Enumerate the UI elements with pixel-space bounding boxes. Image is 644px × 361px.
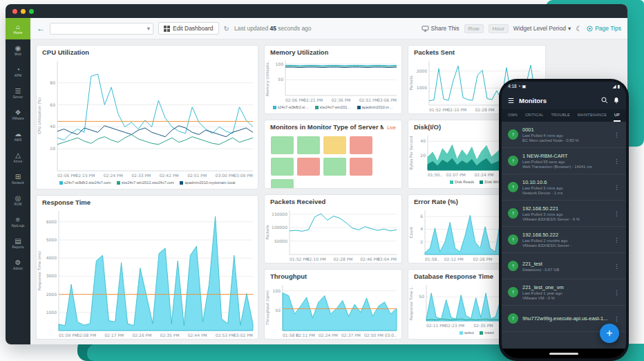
kebab-menu-icon[interactable]: ⋮ (614, 263, 620, 270)
window-minimize-button[interactable] (21, 9, 26, 14)
page-tips-link[interactable]: Page Tips (587, 25, 621, 32)
widget-title: Response Time (42, 198, 91, 206)
phone-tab-own[interactable]: OWN (507, 109, 518, 122)
hamburger-menu-icon[interactable]: ☰ (508, 97, 514, 104)
monitor-tile-up[interactable] (297, 136, 320, 154)
rum-icon: ◎ (15, 194, 21, 202)
window-zoom-button[interactable] (29, 9, 34, 14)
svg-text:02:24 PM: 02:24 PM (319, 333, 338, 337)
monitor-tile-up[interactable] (323, 158, 346, 176)
kebab-menu-icon[interactable]: ⋮ (614, 315, 620, 322)
monitor-name: 10.10.10.6 (522, 179, 609, 185)
share-this-button[interactable]: Share This (422, 25, 460, 32)
monitor-list-item[interactable]: ↑192.168.50.222Last Polled 2 months agoV… (502, 227, 626, 253)
phone-tab-maintenance[interactable]: MAINTENANCE (577, 109, 607, 122)
sidebar-item-applogs[interactable]: ≡AppLogs (6, 211, 30, 232)
monitor-list-item[interactable]: ↑0001Last Polled 4 mins agoEC Mem cached… (502, 122, 626, 148)
dashboard-select[interactable]: ▾ (50, 23, 153, 35)
sidebar-item-label: Admin (13, 267, 23, 270)
svg-text:03:02 PM: 03:02 PM (234, 333, 253, 337)
monitor-tile-warning[interactable] (323, 136, 346, 154)
monitor-list-item[interactable]: ↑192.168.50.221Last Polled 3 mins agoVMw… (502, 201, 626, 227)
row-button[interactable]: Row (464, 24, 484, 33)
dark-mode-toggle[interactable]: ☾ (576, 25, 582, 33)
sidebar-item-aws[interactable]: ☁AWS (6, 125, 30, 147)
back-button[interactable]: ← (37, 24, 45, 33)
bell-icon[interactable] (613, 97, 620, 104)
kebab-menu-icon[interactable]: ⋮ (614, 184, 620, 191)
phone-app-bar: ☰ Monitors (502, 91, 626, 109)
svg-text:50: 50 (419, 294, 424, 299)
svg-text:02:06 PM: 02:06 PM (285, 98, 305, 102)
svg-text:02:37 PM: 02:37 PM (341, 333, 361, 337)
notification-icons: ◔ ▣ (518, 84, 526, 89)
sidebar-item-azure[interactable]: △Azure (6, 147, 30, 168)
monitor-tile-critical[interactable] (297, 158, 320, 176)
kebab-menu-icon[interactable]: ⋮ (614, 237, 620, 243)
hour-button[interactable]: Hour (489, 24, 509, 33)
add-monitor-fab[interactable]: + (600, 324, 619, 343)
svg-text:Throughput (rpm): Throughput (rpm) (265, 290, 270, 326)
edit-dashboard-button[interactable]: Edit Dashboard (158, 22, 219, 35)
status-up-icon: ↑ (508, 156, 518, 166)
sidebar-item-apm[interactable]: ◔APM (6, 61, 30, 82)
kebab-menu-icon[interactable]: ⋮ (614, 210, 620, 217)
monitor-tile-critical[interactable] (350, 136, 372, 154)
sidebar-item-rum[interactable]: ◎RUM (6, 189, 30, 211)
wifi-battery-icons: ◢ ▮ (613, 84, 620, 89)
applogs-icon: ≡ (16, 216, 20, 223)
monitor-tile-up[interactable] (271, 136, 294, 154)
monitor-last-polled: Last Polled 55 secs ago (522, 160, 609, 164)
svg-text:150000: 150000 (272, 212, 287, 216)
sidebar-item-label: Azure (14, 160, 23, 163)
widget-response-time: Response Time 10002000300040005000600001… (36, 195, 258, 340)
monitor-name: 221_test (522, 261, 609, 267)
sidebar-item-reports[interactable]: ▤Reports (6, 232, 30, 254)
monitor-list-item[interactable]: ↑221_testDatastore) - 0.67 GB⋮ (502, 253, 626, 279)
monitor-tile-critical[interactable] (350, 158, 372, 176)
sidebar-item-server[interactable]: ☰Server (6, 82, 30, 104)
kebab-menu-icon[interactable]: ⋮ (614, 158, 620, 165)
svg-text:02:15 PM: 02:15 PM (75, 173, 95, 178)
sidebar-item-admin[interactable]: ⚙Admin (6, 254, 30, 275)
server-icon: ☰ (15, 87, 21, 95)
svg-text:6000: 6000 (46, 219, 57, 224)
sidebar-item-network[interactable]: ⊞Network (6, 168, 30, 189)
widget-level-period-select[interactable]: Widget Level Period ▾ (513, 25, 571, 32)
search-icon[interactable] (601, 97, 608, 104)
svg-text:02:51 PM: 02:51 PM (187, 173, 207, 178)
widget-cpu-utilization: CPU Utilization 2040608002:06 PM02:15 PM… (36, 45, 258, 189)
window-close-button[interactable] (12, 9, 17, 14)
monitor-tile-up[interactable] (271, 179, 294, 189)
svg-text:02:44 PM: 02:44 PM (188, 333, 207, 337)
monitor-list-item[interactable]: ↑10.10.10.6Last Polled 3 mins agoNetwork… (502, 174, 626, 201)
kebab-menu-icon[interactable]: ⋮ (614, 131, 620, 138)
widget-memory-utilization: Memory Utilization 5010002:06 PM02:21 PM… (264, 45, 402, 114)
sidebar-item-home[interactable]: ⌂Home (6, 18, 30, 39)
monitor-list-item[interactable]: ↑221_test_one_vmLast Polled 1 year agoVM… (502, 279, 626, 306)
widget-throughput: Throughput 5010001:58 P..02:11 PM02:24 P… (264, 269, 402, 340)
svg-text:100: 100 (276, 62, 284, 66)
refresh-icon[interactable]: ↻ (224, 25, 229, 33)
phone-tab-critical[interactable]: CRITICAL (524, 109, 544, 122)
sidebar-item-vmware[interactable]: ❖VMware (6, 104, 30, 125)
vmware-icon: ❖ (15, 109, 21, 116)
svg-text:02:26 PM: 02:26 PM (473, 257, 493, 261)
sidebar-item-web[interactable]: ◉Web (6, 39, 30, 61)
monitor-list-item[interactable]: ↑1 NEW-RBM-CARTLast Polled 55 secs agoWe… (502, 148, 626, 174)
home-indicator[interactable] (549, 353, 578, 355)
phone-tab-trouble[interactable]: TROUBLE (551, 109, 571, 122)
monitor-tile-up[interactable] (271, 158, 294, 176)
kebab-menu-icon[interactable]: ⋮ (614, 289, 620, 296)
legend-item: apadmin2010.mydomain.local (180, 180, 235, 185)
svg-text:02:53 PM: 02:53 PM (216, 333, 235, 337)
phone-tab-up[interactable]: UP (614, 109, 621, 122)
monitor-detail: EC Mem cached Node - 0.83 % (522, 138, 609, 142)
sidebar-item-label: RUM (15, 203, 22, 206)
legend-item: apadmin2010.mydomain.local (357, 105, 394, 109)
chevron-down-icon: ▾ (147, 25, 150, 32)
svg-text:Response Time (..: Response Time (.. (409, 286, 414, 320)
status-up-icon: ↑ (508, 208, 518, 219)
phone-screen: 4:18 ◔ ▣ ◢ ▮ ☰ Monitors OWNCRITICALTROUB… (502, 82, 626, 358)
svg-text:CPU Utilization (%): CPU Utilization (%) (37, 98, 41, 134)
